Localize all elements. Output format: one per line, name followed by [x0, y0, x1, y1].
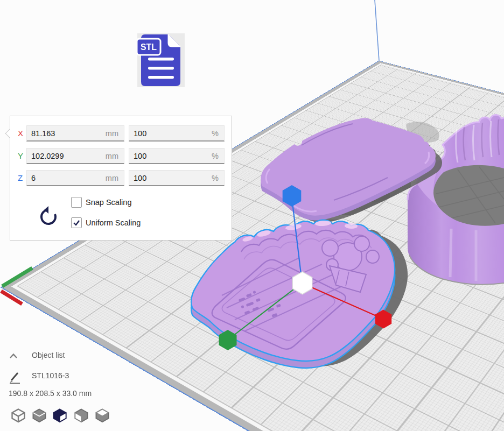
view-3d-button[interactable] [12, 409, 25, 422]
svg-text:STL: STL [141, 43, 157, 52]
chevron-up-icon [10, 354, 17, 359]
object-list-label: Object list [32, 351, 65, 359]
scale-z-mm-field[interactable]: 6mm [26, 170, 124, 186]
axis-y-label: Y [18, 151, 23, 160]
scale-tool-panel: X 81.163mm 100% Y 102.0299mm 100% Z 6mm … [10, 116, 232, 241]
object-list-item-icon [9, 371, 21, 386]
scale-y-percent-field[interactable]: 100% [129, 148, 225, 164]
object-list-toggle[interactable] [10, 352, 17, 361]
object-list-item-name[interactable]: STL1016-3 [32, 371, 69, 380]
model-dimensions: 190.8 x 208.5 x 33.0 mm [9, 389, 92, 398]
reset-icon [37, 205, 60, 229]
view-top-button[interactable] [54, 409, 66, 422]
scale-row-x: X 81.163mm 100% [10, 125, 232, 142]
scale-y-mm-field[interactable]: 102.0299mm [26, 148, 124, 164]
axis-x-label: X [18, 129, 23, 138]
scale-x-mm-field[interactable]: 81.163mm [26, 125, 124, 142]
stl-file-icon: STL [137, 33, 185, 87]
camera-view-buttons [11, 408, 118, 427]
view-right-button[interactable] [96, 409, 109, 422]
pencil-icon [9, 371, 21, 384]
scale-x-percent-field[interactable]: 100% [129, 125, 225, 142]
stl-file-thumbnail: STL [137, 33, 185, 87]
reset-scale-button[interactable] [37, 205, 60, 231]
uniform-scaling-checkbox[interactable] [71, 217, 82, 228]
snap-scaling-checkbox[interactable] [71, 197, 82, 208]
axis-z-label: Z [18, 173, 23, 182]
scale-row-y: Y 102.0299mm 100% [10, 148, 232, 164]
view-left-button[interactable] [75, 409, 88, 422]
view-front-button[interactable] [33, 409, 46, 422]
checkmark-icon [72, 218, 81, 228]
scale-row-z: Z 6mm 100% [10, 170, 232, 186]
scale-z-percent-field[interactable]: 100% [129, 170, 225, 186]
